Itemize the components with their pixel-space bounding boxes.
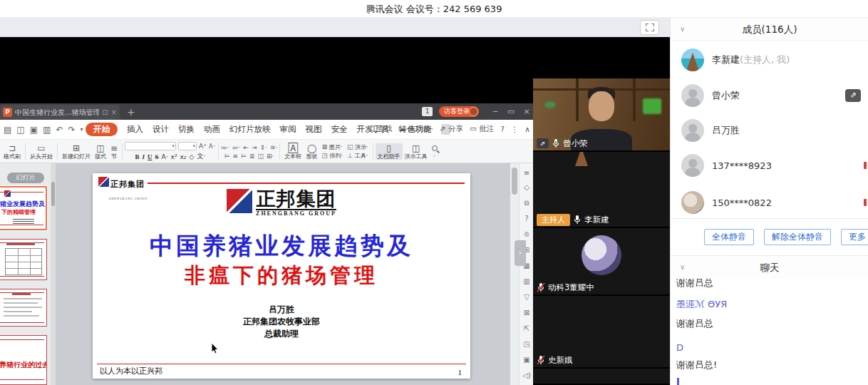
preview-icon[interactable]: ▥ bbox=[43, 124, 51, 135]
arrange-button[interactable]: ◳ 排列· bbox=[321, 152, 343, 160]
bullets-icon[interactable]: ≔· bbox=[221, 144, 229, 151]
toolbar-search-icon[interactable]: · bbox=[430, 143, 440, 160]
help-icon[interactable]: ? bbox=[500, 125, 505, 133]
indent-icon[interactable]: ⇥ bbox=[252, 144, 257, 151]
slide-canvas[interactable]: 正邦集团 ZHENGBANG GROUP 正邦集团 ZHENGBANG GROU… bbox=[93, 173, 470, 379]
thumbnail-scrollbar-thumb[interactable] bbox=[51, 182, 55, 206]
align-right-icon[interactable]: ⊨ bbox=[241, 153, 247, 160]
tab-animation[interactable]: 动画 bbox=[204, 123, 220, 136]
restore-button[interactable]: ▭ bbox=[503, 103, 519, 120]
superscript-icon[interactable]: x² bbox=[171, 153, 177, 160]
spacing-panel-icon[interactable]: ◳ bbox=[520, 340, 534, 348]
export-panel-icon[interactable]: ⇱ bbox=[520, 324, 534, 332]
chart-panel-icon[interactable]: ▥ bbox=[520, 277, 534, 285]
columns-icon[interactable]: ◫ bbox=[257, 153, 264, 160]
video-tile-shixine[interactable]: 史新娥 bbox=[533, 296, 670, 369]
find-button[interactable]: 查找 bbox=[369, 124, 392, 134]
strike-button[interactable]: S bbox=[155, 153, 159, 160]
font-name-select[interactable] bbox=[125, 142, 176, 150]
share-button[interactable]: ⇗ 分享 bbox=[440, 124, 463, 134]
undo-icon[interactable]: ↶ bbox=[56, 124, 63, 135]
justify-icon[interactable]: ≣ bbox=[249, 153, 255, 160]
video-tile-partial[interactable] bbox=[533, 369, 670, 385]
comment-button[interactable]: ▭ 批注 bbox=[470, 124, 494, 134]
slides-view-tab[interactable]: 幻灯片 bbox=[7, 173, 44, 183]
customize-toolbar-icon[interactable]: ▾ bbox=[81, 124, 83, 135]
line-spacing-icon[interactable]: ⇕· bbox=[260, 144, 267, 151]
text-box-button[interactable]: 🄰文本框 bbox=[282, 143, 304, 160]
redo-icon[interactable]: ↷ bbox=[68, 124, 75, 135]
format-painter-button[interactable]: ⊐格式刷 bbox=[1, 143, 23, 160]
guest-login-button[interactable]: 访客登录 bbox=[439, 106, 479, 117]
member-row[interactable]: 吕万胜 bbox=[681, 115, 867, 145]
minimize-button[interactable]: ─ bbox=[487, 103, 503, 120]
print-icon[interactable]: ▣ bbox=[30, 124, 38, 135]
tab-design[interactable]: 设计 bbox=[153, 123, 169, 136]
sync-status[interactable]: ☁ 未同步· bbox=[398, 124, 433, 134]
member-row[interactable]: 137****8923 bbox=[681, 150, 867, 180]
membership-icon[interactable]: ♔ bbox=[520, 230, 534, 238]
shapes-button[interactable]: ◯形状 bbox=[304, 143, 319, 160]
present-button[interactable]: ◱ 演示· bbox=[347, 143, 368, 151]
picture-button[interactable]: ⊠ 图片· bbox=[322, 143, 343, 151]
funnel-panel-icon[interactable]: ▽ bbox=[520, 293, 534, 301]
shapes-panel-icon[interactable]: ⧉ bbox=[520, 199, 534, 207]
slide-thumbnail-4[interactable]: 养猪行业的过去 bbox=[0, 335, 47, 385]
present-tools-button[interactable]: ◫演示工具 bbox=[403, 143, 430, 160]
mute-all-button[interactable]: 全体静音 bbox=[704, 229, 754, 245]
image-panel-icon[interactable]: ⊠ bbox=[520, 309, 534, 317]
picture-panel-icon[interactable]: ▣ bbox=[520, 356, 534, 364]
align-center-icon[interactable]: ≡ bbox=[233, 153, 239, 160]
layout-button[interactable]: ◫版式 bbox=[93, 143, 108, 160]
video-tile-lixinjian[interactable]: 主持人 李新建 bbox=[533, 152, 670, 228]
bold-button[interactable]: B bbox=[135, 153, 140, 160]
new-slide-button[interactable]: ⊞新建幻灯片 bbox=[60, 143, 93, 160]
tab-transition[interactable]: 切换 bbox=[178, 123, 195, 136]
font-color-icon[interactable]: A· bbox=[162, 153, 168, 160]
doc-count-badge[interactable]: 1 bbox=[422, 107, 433, 116]
export-icon[interactable]: ◫ bbox=[16, 124, 24, 135]
document-scrollbar-thumb[interactable] bbox=[512, 168, 517, 195]
pin-tab-icon[interactable]: ⊡ bbox=[102, 108, 108, 116]
member-row[interactable]: 曾小荣 ⇗ bbox=[681, 81, 867, 111]
unmute-all-button[interactable]: 解除全体静音 bbox=[764, 229, 831, 245]
close-tab-icon[interactable]: × bbox=[111, 108, 117, 116]
tab-slideshow[interactable]: 幻灯片放映 bbox=[229, 123, 271, 136]
shrink-font-icon[interactable]: A⁻ bbox=[209, 143, 216, 150]
slide-thumbnail-3[interactable] bbox=[0, 289, 47, 327]
outdent-icon[interactable]: ⇤ bbox=[243, 144, 249, 151]
subscript-icon[interactable]: x₂ bbox=[180, 153, 187, 160]
text-direction-icon[interactable]: ≋· bbox=[270, 144, 277, 151]
slide-thumbnail-2[interactable] bbox=[0, 239, 47, 280]
sidebar-handle-icon[interactable]: ≡ bbox=[520, 169, 534, 177]
video-tile-zengxiaorong[interactable]: ⇗ 曾小荣 bbox=[533, 78, 670, 152]
effects-icon[interactable]: ◇ bbox=[520, 183, 534, 191]
italic-button[interactable]: I bbox=[143, 153, 145, 160]
save-icon[interactable]: ▤ bbox=[4, 124, 11, 135]
sidebar-expand-button[interactable]: › bbox=[515, 240, 526, 266]
distribute-icon[interactable]: ⊞· bbox=[267, 153, 274, 160]
grow-font-icon[interactable]: A⁺ bbox=[199, 143, 207, 150]
new-tab-button[interactable]: + bbox=[127, 106, 135, 118]
underline-button[interactable]: U bbox=[148, 153, 153, 160]
speaker-icon[interactable]: ◁) bbox=[520, 371, 534, 379]
more-menu-icon[interactable]: ⋮ bbox=[511, 125, 519, 133]
font-size-select[interactable] bbox=[178, 142, 197, 150]
collapse-ribbon-icon[interactable]: ∧ bbox=[525, 125, 530, 133]
tab-insert[interactable]: 插入 bbox=[127, 123, 143, 136]
video-tile-dongyaozhong[interactable]: 动科3董耀中 bbox=[533, 228, 670, 296]
tools-button[interactable]: ⊥ 工具· bbox=[347, 152, 368, 160]
text-effects-icon[interactable]: 文· bbox=[197, 152, 205, 161]
member-row[interactable]: 李新建(主持人, 我) bbox=[681, 45, 867, 75]
doc-assistant-button[interactable]: ▯文档助手 bbox=[376, 143, 403, 160]
numbering-icon[interactable]: ≕· bbox=[232, 144, 241, 151]
tab-view[interactable]: 视图 bbox=[306, 123, 322, 136]
close-window-button[interactable]: × bbox=[519, 103, 534, 120]
wps-document-tab[interactable]: P 中国生猪行业发...猪场管理2.0 ⊡ × bbox=[0, 105, 120, 120]
align-left-icon[interactable]: ⊨ bbox=[224, 153, 230, 160]
tab-home[interactable]: 开始 bbox=[86, 123, 118, 136]
more-button[interactable]: 更多 ▾ bbox=[841, 229, 868, 245]
slide-thumbnail-1[interactable]: 猪业发展趋势及 下的精细管理 bbox=[0, 186, 47, 230]
tab-review[interactable]: 审阅 bbox=[280, 123, 296, 136]
play-from-start-button[interactable]: ▭从头开始 bbox=[28, 143, 55, 160]
